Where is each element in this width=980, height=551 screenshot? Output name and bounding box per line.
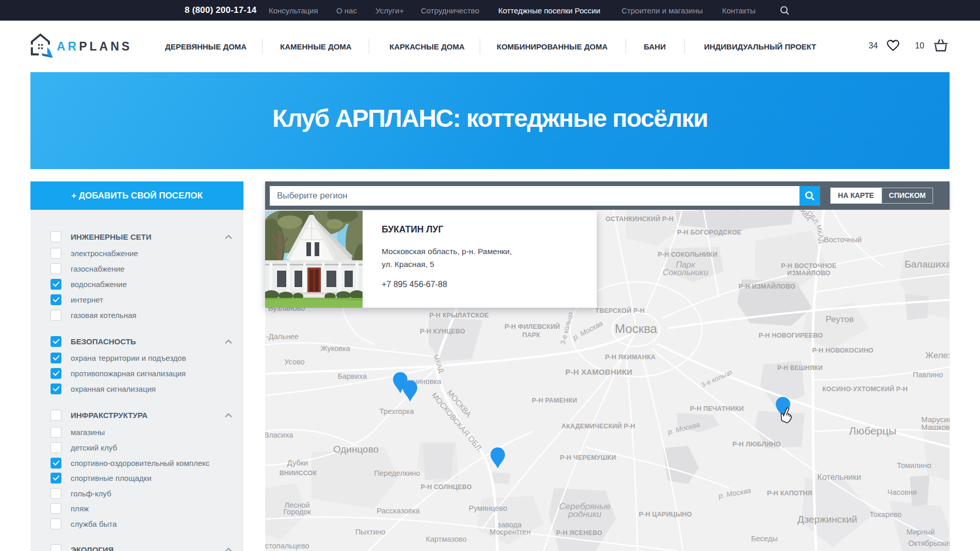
svg-text:ИЗМАЙЛОВО: ИЗМАЙЛОВО [787, 269, 830, 277]
svg-text:Реутов: Реутов [826, 314, 854, 324]
svg-text:-Дальнее: -Дальнее [266, 332, 299, 341]
svg-text:Люберцы: Люберцы [849, 425, 896, 437]
svg-text:ТВЕРСКОЙ Р-Н: ТВЕРСКОЙ Р-Н [595, 307, 645, 314]
svg-text:Томилино: Томилино [897, 461, 932, 470]
svg-text:Р-Н РАМЕНКИ: Р-Н РАМЕНКИ [532, 397, 577, 404]
svg-text:АКАДЕМИЧЕСКИЙ Р-Н: АКАДЕМИЧЕСКИЙ Р-Н [562, 422, 635, 430]
svg-text:Р-Н СОКОЛЬНИКИ: Р-Н СОКОЛЬНИКИ [658, 251, 717, 258]
svg-text:КОСИНО-УХТОМСКИЙ Р-Н: КОСИНО-УХТОМСКИЙ Р-Н [822, 385, 907, 393]
svg-text:Р-Н ЧЕРЕМУШКИ: Р-Н ЧЕРЕМУШКИ [560, 454, 616, 461]
svg-text:Р-Н ХАМОВНИКИ: Р-Н ХАМОВНИКИ [565, 368, 632, 376]
svg-text:Городок: Городок [283, 508, 311, 516]
svg-text:Машково: Машково [921, 423, 950, 431]
svg-text:Токарево: Токарево [870, 510, 902, 519]
svg-text:Мосрентген: Мосрентген [489, 528, 530, 536]
svg-text:Октябрьский: Октябрьский [908, 539, 950, 547]
svg-text:Р-Н ЯСЕНЕВО: Р-Н ЯСЕНЕВО [556, 529, 602, 537]
svg-text:Одинцово: Одинцово [333, 444, 379, 455]
svg-text:Р-Н БОГОРОДСКОЕ: Р-Н БОГОРОДСКОЕ [677, 229, 742, 236]
svg-text:Котельники: Котельники [818, 473, 861, 481]
svg-text:Восточный: Восточный [824, 236, 861, 244]
svg-text:ПАРК: ПАРК [522, 331, 541, 339]
svg-text:Трехгорка: Трехгорка [380, 407, 415, 415]
svg-text:Мирный: Мирный [907, 528, 935, 536]
svg-text:ВНИИССОК: ВНИИССОК [280, 470, 317, 477]
svg-text:Барвиха: Барвиха [338, 372, 368, 380]
svg-text:Переделкино: Переделкино [374, 469, 420, 477]
svg-text:Р-Н КАПОТНЯ: Р-Н КАПОТНЯ [767, 490, 812, 497]
svg-text:Власиха: Власиха [265, 431, 293, 439]
svg-text:Павлино: Павлино [913, 371, 943, 379]
svg-text:стопальцево: стопальцево [265, 542, 309, 550]
svg-text:Р-Н КРЫЛАТСКОЕ: Р-Н КРЫЛАТСКОЕ [429, 312, 489, 319]
svg-text:Румянцево: Румянцево [469, 504, 507, 512]
svg-text:ОСТАНКИНСКИЙ Р-Н: ОСТАНКИНСКИЙ Р-Н [606, 215, 674, 223]
svg-text:Р-Н ФИЛЕВСКИЙ: Р-Н ФИЛЕВСКИЙ [504, 323, 560, 330]
svg-text:Р-Н ИЗМАЙЛОВО: Р-Н ИЗМАЙЛОВО [739, 282, 795, 290]
svg-text:Дзержинский: Дзержинский [797, 514, 857, 525]
svg-text:Сокольники: Сокольники [663, 268, 708, 277]
svg-text:Р-Н ВЕШНЯКИ: Р-Н ВЕШНЯКИ [777, 364, 823, 372]
svg-text:Москва: Москва [615, 322, 658, 336]
svg-text:Р-Н ЦАРИЦЫНО: Р-Н ЦАРИЦЫНО [639, 511, 692, 518]
svg-text:Усово: Усово [284, 358, 304, 366]
svg-text:Р-Н КУНЦЕВО: Р-Н КУНЦЕВО [420, 328, 465, 335]
svg-text:Часовня: Часовня [888, 488, 917, 496]
svg-text:Р-Н НОВОГИРЕЕВО: Р-Н НОВОГИРЕЕВО [759, 332, 823, 339]
svg-text:Р-Н ПЕЧАТНИКИ: Р-Н ПЕЧАТНИКИ [690, 405, 744, 412]
svg-text:родники: родники [568, 509, 602, 519]
svg-text:Картмазово: Картмазово [426, 535, 467, 543]
svg-text:Р-Н ВОСТОЧНОЕ: Р-Н ВОСТОЧНОЕ [781, 262, 837, 270]
svg-text:Р-Н НОВОКОСИНО: Р-Н НОВОКОСИНО [812, 347, 873, 354]
svg-text:Пыхтино: Пыхтино [355, 528, 386, 536]
svg-text:Жуковка: Жуковка [320, 344, 350, 353]
svg-text:Р-Н ЛЮБЛИНО: Р-Н ЛЮБЛИНО [732, 441, 781, 448]
svg-text:Р-Н ЯКИМАНКА: Р-Н ЯКИМАНКА [605, 354, 656, 361]
svg-text:Беседы: Беседы [751, 535, 777, 543]
svg-text:ARPLANS: ARPLANS [57, 40, 132, 53]
svg-text:Железнодорожный: Железнодорожный [925, 350, 950, 360]
svg-text:Р-Н СОЛНЦЕВО: Р-Н СОЛНЦЕВО [420, 483, 471, 491]
svg-text:Дубки: Дубки [287, 459, 308, 467]
svg-text:Балашиха: Балашиха [905, 259, 950, 270]
svg-text:Рассказовка: Рассказовка [377, 507, 420, 515]
